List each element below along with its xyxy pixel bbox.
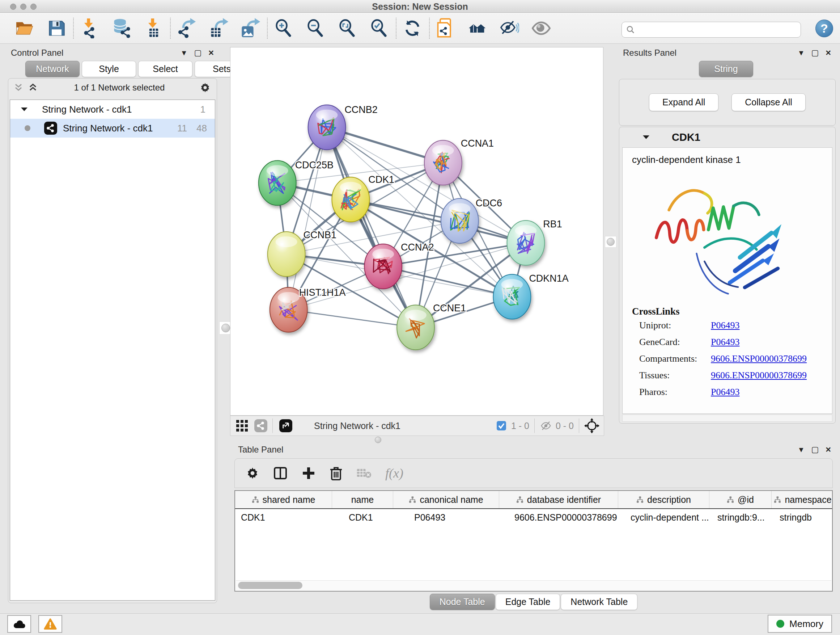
column-header[interactable]: namespace [772, 491, 834, 508]
expand-all-icon[interactable] [28, 83, 39, 92]
panel-menu-icon[interactable]: ▼ [798, 446, 805, 453]
network-graph[interactable]: CCNB2CCNA1CDC25BCDK1CDC6RB1CCNB1CCNA2CDK… [231, 48, 603, 415]
apply-layout-button[interactable] [402, 18, 423, 38]
birds-eye-view-button[interactable] [467, 18, 488, 38]
crosslink-link[interactable]: 9606.ENSP00000378699 [711, 353, 807, 364]
crosslink-link[interactable]: P06493 [711, 320, 739, 331]
search-input[interactable] [635, 24, 792, 35]
grid-view-icon[interactable] [235, 419, 248, 432]
network-node[interactable] [507, 220, 545, 265]
zoom-out-button[interactable] [305, 18, 325, 38]
delete-column-trash-icon[interactable] [330, 466, 343, 480]
gear-icon[interactable] [199, 82, 211, 93]
column-header[interactable]: name [332, 491, 393, 508]
crosslink-row: Pharos: P06493 [632, 384, 832, 401]
tab-select[interactable]: Select [138, 61, 193, 77]
network-node[interactable] [308, 105, 346, 150]
table-panel: Table Panel ▼ ▢ ✕ f(x) [230, 444, 837, 613]
network-node[interactable] [364, 244, 402, 289]
float-panel-icon[interactable]: ▢ [811, 49, 819, 57]
results-scrollbar[interactable] [622, 415, 832, 422]
network-view-icon[interactable] [254, 419, 267, 432]
zoom-fit-button[interactable] [337, 18, 357, 38]
node-label: HIST1H1A [299, 287, 346, 298]
cloud-status-button[interactable] [7, 615, 31, 633]
selected-checkbox-icon[interactable] [496, 420, 507, 431]
tab-network-table[interactable]: Network Table [561, 594, 638, 610]
gene-name: CDK1 [672, 131, 700, 143]
panel-menu-icon[interactable]: ▼ [180, 49, 188, 57]
gene-detail-card: cyclin-dependent kinase 1 [622, 147, 832, 414]
show-columns-icon[interactable] [273, 466, 287, 480]
cloud-icon [12, 619, 26, 629]
detach-view-icon[interactable] [279, 419, 292, 432]
tab-string[interactable]: String [699, 61, 753, 77]
show-graphics-details-button[interactable] [531, 18, 551, 38]
tab-network[interactable]: Network [25, 61, 80, 77]
zoom-in-button[interactable] [273, 18, 294, 38]
network-node[interactable] [441, 198, 478, 243]
close-panel-icon[interactable]: ✕ [208, 49, 214, 57]
float-panel-icon[interactable]: ▢ [194, 49, 202, 57]
delete-table-icon [356, 467, 371, 479]
float-panel-icon[interactable]: ▢ [811, 446, 819, 454]
network-node[interactable] [268, 232, 305, 277]
close-panel-icon[interactable]: ✕ [825, 49, 831, 57]
export-network-button[interactable] [177, 18, 197, 38]
network-node[interactable] [424, 140, 462, 185]
network-edge-count: 48 [196, 123, 207, 134]
crosslink-link[interactable]: P06493 [711, 337, 739, 348]
warnings-button[interactable] [38, 615, 62, 633]
scrollbar-thumb[interactable] [238, 582, 302, 589]
network-row[interactable]: String Network - cdk1 11 48 [10, 119, 215, 138]
node-label: RB1 [543, 219, 562, 230]
selected-count: 1 - 0 [511, 421, 529, 431]
create-column-plus-icon[interactable] [302, 466, 316, 480]
network-node[interactable] [259, 160, 296, 205]
memory-button[interactable]: Memory [767, 615, 832, 633]
clone-network-button[interactable] [436, 18, 456, 38]
table-row[interactable]: CDK1 CDK1 P06493 9606.ENSP00000378699 cy… [235, 509, 832, 526]
section-expander-icon[interactable] [642, 134, 650, 141]
column-header[interactable]: shared name [235, 491, 332, 508]
crosslink-link[interactable]: P06493 [711, 386, 739, 397]
collection-expander-icon[interactable] [20, 106, 28, 112]
table-options-gear-icon[interactable] [246, 466, 259, 480]
network-collection-row[interactable]: String Network - cdk1 1 [10, 100, 215, 119]
panel-menu-icon[interactable]: ▼ [798, 49, 805, 57]
close-panel-icon[interactable]: ✕ [825, 446, 831, 453]
tab-style[interactable]: Style [82, 61, 136, 77]
help-button[interactable]: ? [815, 19, 833, 37]
column-header[interactable]: canonical name [393, 491, 499, 508]
import-network-from-database-button[interactable] [111, 18, 132, 38]
network-node[interactable] [493, 274, 531, 319]
column-header[interactable]: description [618, 491, 709, 508]
collapse-all-icon[interactable] [14, 83, 25, 92]
zoom-selected-button[interactable] [369, 18, 389, 38]
node-label: CCNA2 [401, 242, 434, 253]
export-image-icon [240, 18, 260, 38]
expand-all-button[interactable]: Expand All [649, 93, 718, 111]
network-node[interactable] [332, 177, 369, 222]
crosslink-link[interactable]: 9606.ENSP00000378699 [711, 370, 807, 381]
column-header[interactable]: database identifier [499, 491, 618, 508]
import-network-button[interactable] [80, 18, 100, 38]
open-session-button[interactable] [14, 18, 35, 38]
search-field[interactable] [622, 22, 801, 38]
export-image-button[interactable] [240, 18, 261, 38]
import-table-button[interactable] [143, 18, 164, 38]
table-horizontal-scrollbar[interactable] [236, 580, 831, 590]
tab-node-table[interactable]: Node Table [430, 594, 495, 610]
network-node[interactable] [397, 305, 434, 350]
network-view-canvas[interactable]: CCNB2CCNA1CDC25BCDK1CDC6RB1CCNB1CCNA2CDK… [230, 47, 603, 416]
hide-graphics-details-button[interactable] [499, 18, 519, 38]
collapse-all-button[interactable]: Collapse All [731, 93, 806, 111]
export-table-button[interactable] [208, 18, 229, 38]
horizontal-splitter-handle[interactable] [375, 437, 381, 443]
save-session-button[interactable] [46, 18, 66, 38]
column-header[interactable]: @id [709, 491, 772, 508]
tab-edge-table[interactable]: Edge Table [496, 594, 561, 610]
navigator-crosshair-icon[interactable] [584, 418, 600, 433]
crosslink-label: Tissues: [639, 370, 711, 381]
open-folder-icon [15, 19, 34, 38]
